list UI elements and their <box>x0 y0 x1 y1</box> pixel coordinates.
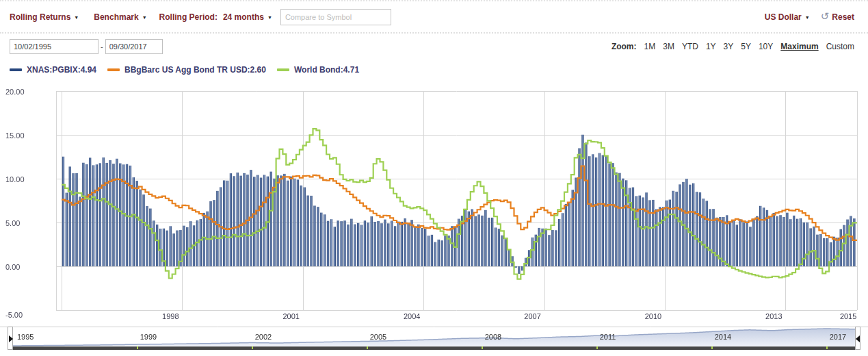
chevron-down-icon: ▼ <box>142 15 147 20</box>
x-axis-tick-label: 2013 <box>759 312 789 320</box>
currency-label: US Dollar <box>765 12 802 22</box>
rolling-returns-label: Rolling Returns <box>10 12 70 22</box>
legend-item-1[interactable]: BBgBarc US Agg Bond TR USD:2.60 <box>107 65 266 75</box>
legend: XNAS:PGBIX:4.94BBgBarc US Agg Bond TR US… <box>10 63 370 77</box>
legend-swatch-icon <box>107 68 120 71</box>
left-triangle-icon <box>856 335 860 342</box>
chevron-down-icon: ▼ <box>805 15 810 20</box>
rolling-returns-plot[interactable] <box>0 81 868 326</box>
y-axis-tick-label: 0.00 <box>5 263 36 271</box>
reset-icon: ↺ <box>821 12 830 22</box>
toolbar: Rolling Returns▼ Benchmark▼ Rolling Peri… <box>0 0 868 34</box>
navigator-year-label: 2002 <box>255 333 272 341</box>
x-axis-tick-label: 2004 <box>397 312 427 320</box>
end-date-input[interactable] <box>105 39 163 54</box>
legend-swatch-icon <box>10 68 22 71</box>
chevron-down-icon: ▼ <box>74 15 79 20</box>
navigator-right-handle[interactable] <box>855 327 860 350</box>
legend-label: World Bond:4.71 <box>294 65 359 75</box>
compare-symbol-input[interactable] <box>280 9 391 25</box>
navigator-year-label: 2005 <box>370 333 386 341</box>
legend-label: XNAS:PGBIX:4.94 <box>27 65 96 75</box>
zoom-controls: Zoom: 1M3MYTD1Y3Y5Y10YMaximumCustom <box>611 42 854 51</box>
navigator-year-label: 2017 <box>830 333 846 341</box>
legend-item-2[interactable]: World Bond:4.71 <box>277 65 359 75</box>
x-axis-tick-label: 2001 <box>276 312 306 320</box>
reset-button[interactable]: Reset <box>832 12 854 22</box>
benchmark-dropdown[interactable]: Benchmark▼ <box>94 12 146 22</box>
zoom-label: Zoom: <box>611 42 637 51</box>
y-axis-tick-label: -5.00 <box>5 311 36 319</box>
x-axis-tick-label: 1998 <box>155 312 185 320</box>
right-triangle-icon <box>9 335 13 342</box>
currency-dropdown[interactable]: US Dollar▼ <box>765 12 810 22</box>
rolling-returns-chart-app: Rolling Returns▼ Benchmark▼ Rolling Peri… <box>0 0 868 356</box>
navigator-left-handle[interactable] <box>8 327 13 350</box>
zoom-option-3m[interactable]: 3M <box>663 42 674 51</box>
navigator: 19951999200220052008201120142017 <box>0 327 868 354</box>
navigator-year-label: 1999 <box>140 333 157 341</box>
navigator-track[interactable] <box>0 327 868 354</box>
date-range-separator: - <box>101 42 103 51</box>
rolling-returns-dropdown[interactable]: Rolling Returns▼ <box>10 12 79 22</box>
x-axis-tick-label: 2015 <box>833 312 863 320</box>
x-axis-tick-label: 2007 <box>518 312 548 320</box>
rolling-period-value: 24 months <box>223 12 264 22</box>
zoom-option-5y[interactable]: 5Y <box>741 42 751 51</box>
zoom-option-10y[interactable]: 10Y <box>759 42 773 51</box>
subbar: - Zoom: 1M3MYTD1Y3Y5Y10YMaximumCustom <box>10 37 854 56</box>
chevron-down-icon: ▼ <box>267 15 272 20</box>
zoom-option-custom[interactable]: Custom <box>826 42 854 51</box>
rolling-period-dropdown[interactable]: 24 months▼ <box>223 12 272 22</box>
start-date-input[interactable] <box>10 39 98 54</box>
zoom-option-3y[interactable]: 3Y <box>724 42 734 51</box>
legend-swatch-icon <box>277 68 289 71</box>
zoom-option-ytd[interactable]: YTD <box>682 42 698 51</box>
chart-area: 20.0015.0010.005.000.00-5.00199820012004… <box>0 81 868 326</box>
zoom-option-maximum[interactable]: Maximum <box>780 42 818 51</box>
y-axis-tick-label: 20.00 <box>5 88 36 96</box>
zoom-option-1m[interactable]: 1M <box>644 42 656 51</box>
legend-label: BBgBarc US Agg Bond TR USD:2.60 <box>124 65 266 75</box>
navigator-year-label: 1995 <box>17 333 34 341</box>
legend-item-0[interactable]: XNAS:PGBIX:4.94 <box>10 65 96 75</box>
zoom-option-1y[interactable]: 1Y <box>706 42 716 51</box>
navigator-year-label: 2008 <box>485 333 501 341</box>
y-axis-tick-label: 5.00 <box>5 219 36 227</box>
y-axis-tick-label: 10.00 <box>5 175 36 183</box>
y-axis-tick-label: 15.00 <box>5 131 36 140</box>
navigator-year-label: 2011 <box>600 333 616 341</box>
navigator-year-label: 2014 <box>715 333 731 341</box>
x-axis-tick-label: 2010 <box>638 312 668 320</box>
rolling-period-label: Rolling Period: <box>159 12 218 22</box>
benchmark-label: Benchmark <box>94 12 138 22</box>
